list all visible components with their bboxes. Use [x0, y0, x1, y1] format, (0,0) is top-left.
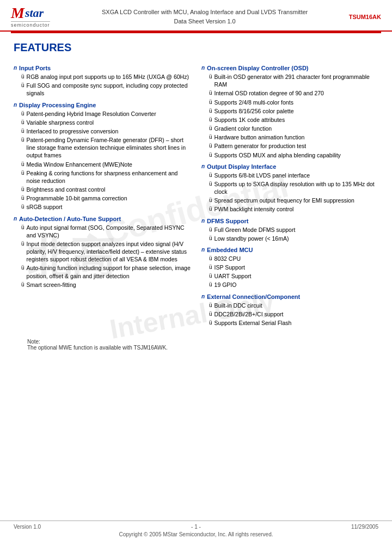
- bullet-n-8: n: [201, 293, 205, 299]
- bullet-u: ü: [21, 161, 24, 168]
- page-header: M star semiconductor SXGA LCD Controller…: [0, 0, 392, 32]
- list-item: ü Full Green Mode DFMS support: [209, 226, 378, 234]
- item-text: Smart screen-fitting: [27, 281, 191, 289]
- bullet-n-2: n: [14, 102, 17, 108]
- item-text: PWM backlight intensity control: [215, 205, 378, 213]
- section-output-display-title: Output Display Interface: [207, 163, 276, 170]
- item-text: UART Support: [215, 272, 378, 280]
- section-dfms: n DFMS Support: [201, 218, 378, 224]
- item-text: Low standby power (< 16mA): [215, 235, 378, 242]
- section-output-display: n Output Display Interface: [201, 163, 378, 170]
- list-item: ü Patent-pending Dynamic Frame-Rate gene…: [21, 136, 191, 160]
- list-item: ü 19 GPIO: [209, 281, 378, 289]
- note-section: Note: The optional MWE function is avail…: [14, 339, 378, 351]
- list-item: ü DDC2B/2Bi/2B+/CI support: [209, 310, 378, 318]
- list-item: ü Interlaced to progressive conversion: [21, 127, 191, 135]
- features-title: FEATURES: [14, 41, 378, 54]
- list-item: ü Built-in OSD generator with 291 charac…: [209, 73, 378, 88]
- section-display-processing-title: Display Processing Engine: [19, 102, 96, 108]
- bullet-u: ü: [209, 205, 212, 213]
- bullet-u: ü: [209, 125, 212, 132]
- footer-copyright: Copyright © 2005 MStar Semiconductor, In…: [14, 531, 378, 537]
- bullet-n-7: n: [201, 247, 205, 253]
- section-auto-detection: n Auto-Detection / Auto-Tune Support: [14, 216, 191, 222]
- bullet-u: ü: [209, 142, 212, 150]
- section-input-ports: n Input Ports: [14, 65, 191, 71]
- list-item: ü Brightness and contrast control: [21, 186, 191, 193]
- bullet-u: ü: [209, 272, 212, 280]
- bullet-u: ü: [21, 240, 24, 248]
- item-text: Internal OSD rotation degree of 90 and 2…: [215, 89, 378, 97]
- bullet-u: ü: [21, 281, 24, 289]
- logo-m: M: [11, 5, 24, 21]
- list-item: ü Built-in DDC circuit: [209, 302, 378, 309]
- bullet-u: ü: [209, 89, 212, 97]
- bullet-u: ü: [209, 180, 212, 188]
- left-column: n Input Ports ü RGB analog input port su…: [14, 60, 191, 328]
- main-content: FEATURES n Input Ports ü RGB analog inpu…: [0, 33, 392, 356]
- logo-star: star: [25, 6, 44, 20]
- section-external-title: External Connection/Component: [207, 293, 300, 300]
- list-item: ü Peaking & coring functions for sharpne…: [21, 169, 191, 185]
- section-external: n External Connection/Component: [201, 293, 378, 300]
- item-text: Media Window Enhancement (MWE)Note: [27, 161, 191, 168]
- item-text: Spread spectrum output frequency for EMI…: [215, 197, 378, 204]
- list-item: ü Hardware button animation function: [209, 133, 378, 141]
- bullet-u: ü: [209, 197, 212, 204]
- bullet-n-1: n: [14, 65, 17, 71]
- item-text: Supports 6/8-bit LVDS panel interface: [215, 172, 378, 179]
- item-text: Supports 8/16/256 color palette: [215, 107, 378, 115]
- right-column: n On-screen Display Controller (OSD) ü B…: [201, 60, 378, 328]
- item-text: Variable sharpness control: [27, 119, 191, 126]
- bullet-u: ü: [21, 186, 24, 193]
- bullet-u: ü: [21, 82, 24, 89]
- list-item: ü Supports 2/4/8 multi-color fonts: [209, 99, 378, 106]
- list-item: ü Low standby power (< 16mA): [209, 235, 378, 242]
- section-mcu: n Embedded MCU: [201, 247, 378, 253]
- list-item: ü Internal OSD rotation degree of 90 and…: [209, 89, 378, 97]
- item-text: Brightness and contrast control: [27, 186, 191, 193]
- bullet-u: ü: [209, 235, 212, 242]
- bullet-u: ü: [209, 133, 212, 141]
- list-item: ü UART Support: [209, 272, 378, 280]
- bullet-u: ü: [209, 151, 212, 159]
- item-text: Auto input signal format (SOG, Composite…: [27, 224, 191, 239]
- list-item: ü 8032 CPU: [209, 255, 378, 262]
- header-title: SXGA LCD Controller with MCU, Analog Int…: [61, 8, 349, 26]
- bullet-n-4: n: [201, 65, 205, 71]
- section-auto-detection-title: Auto-Detection / Auto-Tune Support: [19, 216, 121, 222]
- list-item: ü Pattern generator for production test: [209, 142, 378, 150]
- item-text: Gradient color function: [215, 125, 378, 132]
- list-item: ü Supports OSD MUX and alpha blending ca…: [209, 151, 378, 159]
- section-input-ports-title: Input Ports: [19, 65, 51, 71]
- list-item: ü Auto input signal format (SOG, Composi…: [21, 224, 191, 239]
- item-text: Auto-tuning function including support f…: [27, 264, 191, 279]
- bullet-n-3: n: [14, 216, 17, 222]
- header-subtitle2: Data Sheet Version 1.0: [61, 17, 349, 26]
- item-text: Supports up to SXGA display resolution w…: [215, 180, 378, 195]
- footer-version: Version 1.0: [14, 524, 41, 530]
- bullet-n-5: n: [201, 163, 205, 169]
- bullet-u: ü: [21, 73, 24, 81]
- bullet-u: ü: [209, 264, 212, 271]
- item-text: Built-in DDC circuit: [215, 302, 378, 309]
- bullet-u: ü: [209, 226, 212, 234]
- footer-page: - 1 -: [191, 524, 201, 530]
- list-item: ü Gradient color function: [209, 125, 378, 132]
- bullet-u: ü: [21, 136, 24, 144]
- item-text: 19 GPIO: [215, 281, 378, 289]
- note-text: The optional MWE function is available w…: [27, 345, 378, 351]
- bullet-u: ü: [21, 127, 24, 135]
- list-item: ü Patent-pending Hybrid Image Resolution…: [21, 110, 191, 118]
- item-text: ISP Support: [215, 264, 378, 271]
- footer-line1: Version 1.0 - 1 - 11/29/2005: [14, 524, 378, 530]
- page-footer: Version 1.0 - 1 - 11/29/2005 Copyright ©…: [0, 521, 392, 540]
- item-text: Patent-pending Dynamic Frame-Rate genera…: [27, 136, 191, 160]
- item-text: Hardware button animation function: [215, 133, 378, 141]
- bullet-u: ü: [21, 194, 24, 202]
- list-item: ü Input mode detection support analyzes …: [21, 240, 191, 264]
- list-item: ü sRGB support: [21, 203, 191, 211]
- item-text: Patent-pending Hybrid Image Resolution C…: [27, 110, 191, 118]
- section-display-processing: n Display Processing Engine: [14, 102, 191, 108]
- list-item: ü PWM backlight intensity control: [209, 205, 378, 213]
